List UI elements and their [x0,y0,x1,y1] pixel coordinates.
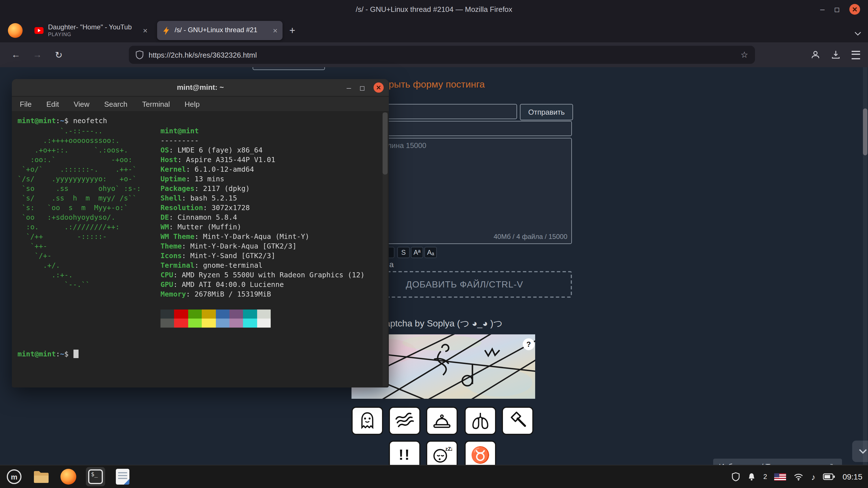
firefox-logo-icon[interactable] [8,23,23,38]
wifi-icon[interactable] [794,473,804,481]
new-tab-button[interactable]: + [289,25,295,36]
sleepy-face-icon: zZz [432,445,452,464]
back-button[interactable]: ← [8,47,24,62]
text-editor-button[interactable] [113,467,132,486]
clock[interactable]: 09:15 [843,472,862,481]
window-title: /s/ - GNU+Linux thread #2104 — Mozilla F… [0,0,868,19]
comment-textarea[interactable] [357,138,572,244]
neofetch-info: mint@mint --------- OS: LMDE 6 (faye) x8… [160,126,365,299]
format-button-strike[interactable]: S [397,247,410,258]
menu-help[interactable]: Help [185,100,200,108]
tab-close-icon[interactable]: × [143,26,148,35]
list-tabs-chevron-icon[interactable] [855,28,861,38]
forward-button[interactable]: → [29,47,45,62]
firefox-titlebar: /s/ - GNU+Linux thread #2104 — Mozilla F… [0,0,868,19]
youtube-favicon [34,27,43,34]
account-icon[interactable] [811,50,820,59]
emoji-hammer-button[interactable] [502,407,533,435]
file-manager-button[interactable] [32,467,51,486]
tab-youtube[interactable]: Daughter- "Home" - YouTub PLAYING × [29,21,153,40]
captcha-title: Captcha by Soplya (つ ◕_◕ )つ [379,318,503,330]
mint-menu-button[interactable]: m [4,467,24,486]
lungs-icon [470,411,491,430]
menu-file[interactable]: File [20,100,32,108]
terminal-scrollbar-thumb[interactable] [382,112,388,174]
menu-terminal[interactable]: Terminal [142,100,170,108]
terminal-output[interactable]: mint@mint:~$neofetch `.-::---.. .:++++oo… [12,111,389,387]
tracking-protection-shield-icon[interactable] [135,50,144,59]
bookmark-star-icon[interactable]: ☆ [741,50,748,60]
terminal-prompt: mint@mint:~$ [18,349,79,359]
service-bell-icon [432,411,452,430]
taskbar: m $_ [0,465,868,488]
tab-title: /s/ - GNU+Linux thread #21 [175,27,257,34]
hammer-icon [507,411,528,430]
emoji-lungs-button[interactable] [465,407,496,435]
terminal-color-palette [160,310,271,328]
downloads-icon[interactable] [831,50,840,59]
svg-text:m: m [11,473,17,481]
update-shield-icon[interactable] [732,472,740,481]
taurus-icon: ♉ [470,445,490,464]
tab-bar: Daughter- "Home" - YouTub PLAYING × /s/ … [0,19,868,42]
terminal-launcher-button[interactable]: $_ [86,467,105,486]
reload-button[interactable]: ↻ [51,47,67,62]
site-favicon [162,26,170,35]
menu-edit[interactable]: Edit [46,100,59,108]
emoji-bell-button[interactable] [426,407,458,435]
close-button[interactable]: ✕ [849,4,860,15]
terminal-close-button[interactable]: ✕ [374,83,384,93]
add-file-dropzone[interactable]: ДОБАВИТЬ ФАЙЛ/CTRL-V [357,271,572,298]
terminal-menubar: File Edit View Search Terminal Help [12,97,389,112]
menu-search[interactable]: Search [104,100,127,108]
terminal-titlebar[interactable]: mint@mint: ~ – □ ✕ [12,79,389,97]
menu-icon[interactable] [851,51,860,59]
url-bar[interactable]: https://2ch.hk/s/res/3632326.html ☆ [129,46,755,64]
battery-icon[interactable] [823,473,835,481]
desktop: /s/ - GNU+Linux thread #2104 — Mozilla F… [0,0,868,488]
terminal-window: mint@mint: ~ – □ ✕ File Edit View Search… [12,79,389,387]
mint-menu-icon: m [6,468,23,485]
notification-count: 2 [764,473,767,481]
captcha-help-button[interactable]: ? [523,338,535,350]
tab-title: Daughter- "Home" - YouTub [48,24,132,32]
navigation-bar: ← → ↻ https://2ch.hk/s/res/3632326.html … [0,42,868,68]
terminal-icon: $_ [88,469,103,484]
emoji-sleepy-face-button[interactable]: zZz [426,441,458,469]
terminal-scrollbar[interactable] [382,112,388,386]
mint-ascii-logo: `.-::---.. .:++++ooooosssoo:. .+o++::. `… [18,126,141,289]
ghost-icon [357,411,377,430]
format-button-subscript[interactable]: Aₐ [424,247,437,258]
notifications-bell-icon[interactable] [747,472,756,481]
sound-icon[interactable]: ♪ [811,472,815,482]
hide-posting-form-link[interactable]: Скрыть форму постинга [377,79,485,90]
firefox-launcher-button[interactable] [59,467,78,486]
bacon-icon [395,411,415,430]
emoji-double-exclamation-button[interactable]: !! [389,441,421,469]
terminal-cursor [73,350,79,358]
text-editor-icon [116,469,129,485]
maximize-button[interactable]: □ [835,5,839,13]
format-button-superscript[interactable]: Aª [411,247,423,258]
tab-2ch-thread[interactable]: /s/ - GNU+Linux thread #21 × [157,21,283,40]
menu-view[interactable]: View [74,100,90,108]
tab-close-icon[interactable]: × [273,26,277,35]
page-scrollbar-thumb[interactable] [863,108,867,155]
svg-text:zZz: zZz [445,446,452,452]
keyboard-layout-us-flag-icon[interactable] [774,473,786,480]
emoji-taurus-button[interactable]: ♉ [465,441,496,469]
terminal-command-line: mint@mint:~$neofetch [18,116,107,125]
double-exclamation-icon: !! [399,446,411,463]
tab-media-status: PLAYING [48,31,132,37]
submit-button[interactable]: Отправить [520,104,573,120]
firefox-icon [60,469,76,485]
minimize-button[interactable]: – [820,5,825,13]
emoji-ghost-button[interactable] [351,407,383,435]
terminal-maximize-button[interactable]: □ [360,83,365,92]
url-text[interactable]: https://2ch.hk/s/res/3632326.html [149,51,736,59]
name-input-partial[interactable] [253,67,325,70]
terminal-minimize-button[interactable]: – [347,83,351,92]
emoji-bacon-button[interactable] [389,407,421,435]
terminal-title: mint@mint: ~ [12,79,389,96]
folder-icon [33,469,50,484]
